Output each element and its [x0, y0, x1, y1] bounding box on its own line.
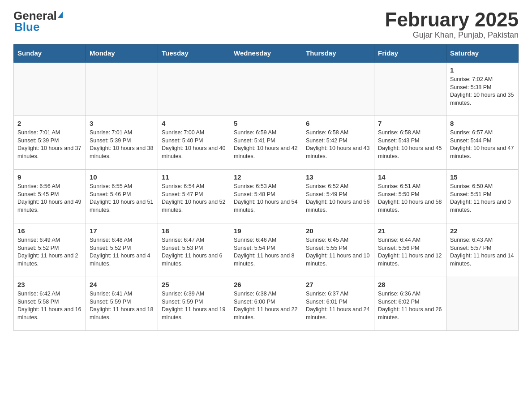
day-info: Sunset: 5:52 PM [90, 244, 154, 253]
day-number: 19 [234, 226, 298, 235]
day-info: Sunrise: 6:37 AM [306, 290, 370, 298]
day-info: Sunrise: 6:41 AM [90, 290, 154, 298]
day-number: 27 [306, 280, 370, 289]
day-info: Daylight: 11 hours and 6 minutes. [162, 252, 226, 268]
logo: General Blue [13, 9, 63, 34]
day-info: Daylight: 10 hours and 47 minutes. [450, 145, 515, 160]
day-info: Sunrise: 7:02 AM [450, 76, 515, 84]
calendar-cell: 24Sunrise: 6:41 AMSunset: 5:59 PMDayligh… [86, 277, 158, 331]
calendar-cell: 12Sunrise: 6:53 AMSunset: 5:48 PMDayligh… [230, 170, 302, 223]
calendar-cell: 19Sunrise: 6:46 AMSunset: 5:54 PMDayligh… [230, 223, 302, 277]
calendar-body: 1Sunrise: 7:02 AMSunset: 5:38 PMDaylight… [14, 62, 519, 331]
calendar-cell: 20Sunrise: 6:45 AMSunset: 5:55 PMDayligh… [302, 223, 374, 277]
week-row-4: 16Sunrise: 6:49 AMSunset: 5:52 PMDayligh… [14, 223, 519, 277]
day-info: Sunset: 5:51 PM [450, 191, 515, 199]
calendar-cell: 28Sunrise: 6:36 AMSunset: 6:02 PMDayligh… [374, 277, 446, 331]
calendar-cell: 2Sunrise: 7:01 AMSunset: 5:39 PMDaylight… [14, 116, 86, 170]
day-info: Sunset: 5:59 PM [90, 298, 154, 306]
day-info: Sunrise: 7:01 AM [17, 129, 82, 137]
day-info: Sunrise: 6:58 AM [378, 129, 442, 137]
day-info: Sunset: 5:52 PM [17, 244, 82, 253]
day-number: 11 [162, 172, 226, 182]
day-info: Sunrise: 6:56 AM [17, 183, 82, 191]
day-info: Sunset: 5:58 PM [17, 298, 82, 306]
calendar-cell: 18Sunrise: 6:47 AMSunset: 5:53 PMDayligh… [158, 223, 230, 277]
day-header-saturday: Saturday [446, 45, 519, 62]
day-number: 3 [90, 119, 154, 128]
day-info: Sunset: 5:55 PM [306, 244, 370, 253]
day-info: Sunset: 5:39 PM [90, 137, 154, 145]
week-row-5: 23Sunrise: 6:42 AMSunset: 5:58 PMDayligh… [14, 277, 519, 331]
day-info: Sunset: 5:54 PM [234, 244, 298, 253]
title-block: February 2025 Gujar Khan, Punjab, Pakist… [385, 9, 519, 40]
day-info: Sunrise: 6:48 AM [90, 236, 154, 244]
day-header-thursday: Thursday [302, 45, 374, 62]
day-number: 2 [17, 119, 82, 128]
day-header-sunday: Sunday [14, 45, 86, 62]
day-number: 1 [450, 65, 515, 75]
day-number: 8 [450, 119, 515, 128]
day-info: Sunset: 5:44 PM [450, 137, 515, 145]
calendar-cell: 26Sunrise: 6:38 AMSunset: 6:00 PMDayligh… [230, 277, 302, 331]
day-number: 4 [162, 119, 226, 128]
calendar-cell: 4Sunrise: 7:00 AMSunset: 5:40 PMDaylight… [158, 116, 230, 170]
calendar-table: SundayMondayTuesdayWednesdayThursdayFrid… [13, 44, 519, 331]
day-info: Sunset: 6:02 PM [378, 298, 442, 306]
day-info: Daylight: 10 hours and 54 minutes. [234, 198, 298, 214]
calendar-cell [446, 277, 519, 331]
day-info: Daylight: 10 hours and 38 minutes. [90, 145, 154, 160]
day-info: Sunrise: 6:57 AM [450, 129, 515, 137]
day-number: 20 [306, 226, 370, 235]
calendar-cell: 15Sunrise: 6:50 AMSunset: 5:51 PMDayligh… [446, 170, 519, 223]
day-info: Sunset: 6:00 PM [234, 298, 298, 306]
calendar-cell [158, 62, 230, 116]
day-number: 10 [90, 172, 154, 182]
day-info: Daylight: 11 hours and 16 minutes. [17, 306, 82, 321]
day-info: Daylight: 11 hours and 12 minutes. [378, 252, 442, 268]
day-info: Sunrise: 6:39 AM [162, 290, 226, 298]
day-info: Sunrise: 6:42 AM [17, 290, 82, 298]
day-header-wednesday: Wednesday [230, 45, 302, 62]
calendar-cell: 16Sunrise: 6:49 AMSunset: 5:52 PMDayligh… [14, 223, 86, 277]
day-number: 23 [17, 280, 82, 289]
day-number: 24 [90, 280, 154, 289]
day-info: Daylight: 11 hours and 22 minutes. [234, 306, 298, 321]
day-info: Daylight: 11 hours and 14 minutes. [450, 252, 515, 268]
day-info: Daylight: 11 hours and 0 minutes. [450, 198, 515, 214]
day-info: Daylight: 11 hours and 19 minutes. [162, 306, 226, 321]
calendar-cell [302, 62, 374, 116]
day-info: Sunset: 5:41 PM [234, 137, 298, 145]
day-info: Sunset: 5:40 PM [162, 137, 226, 145]
calendar-cell: 13Sunrise: 6:52 AMSunset: 5:49 PMDayligh… [302, 170, 374, 223]
day-info: Sunset: 5:46 PM [90, 191, 154, 199]
day-info: Daylight: 10 hours and 58 minutes. [378, 198, 442, 214]
day-header-row: SundayMondayTuesdayWednesdayThursdayFrid… [14, 45, 519, 62]
day-number: 15 [450, 172, 515, 182]
calendar-title: February 2025 [385, 9, 519, 30]
day-info: Sunrise: 7:00 AM [162, 129, 226, 137]
calendar-cell [14, 62, 86, 116]
day-info: Sunset: 5:50 PM [378, 191, 442, 199]
day-number: 26 [234, 280, 298, 289]
day-info: Sunset: 5:49 PM [306, 191, 370, 199]
day-number: 5 [234, 119, 298, 128]
day-info: Daylight: 11 hours and 18 minutes. [90, 306, 154, 321]
day-info: Sunset: 6:01 PM [306, 298, 370, 306]
day-info: Sunrise: 6:59 AM [234, 129, 298, 137]
day-number: 14 [378, 172, 442, 182]
calendar-subtitle: Gujar Khan, Punjab, Pakistan [385, 30, 519, 40]
day-info: Daylight: 10 hours and 42 minutes. [234, 145, 298, 160]
calendar-cell: 1Sunrise: 7:02 AMSunset: 5:38 PMDaylight… [446, 62, 519, 116]
day-info: Daylight: 11 hours and 24 minutes. [306, 306, 370, 321]
logo-triangle-icon [58, 12, 63, 18]
day-info: Daylight: 11 hours and 4 minutes. [90, 252, 154, 268]
day-info: Daylight: 10 hours and 35 minutes. [450, 91, 515, 107]
day-info: Sunrise: 6:50 AM [450, 183, 515, 191]
calendar-cell: 5Sunrise: 6:59 AMSunset: 5:41 PMDaylight… [230, 116, 302, 170]
day-number: 21 [378, 226, 442, 235]
day-info: Daylight: 10 hours and 52 minutes. [162, 198, 226, 214]
day-number: 7 [378, 119, 442, 128]
day-header-tuesday: Tuesday [158, 45, 230, 62]
week-row-1: 1Sunrise: 7:02 AMSunset: 5:38 PMDaylight… [14, 62, 519, 116]
day-info: Daylight: 10 hours and 49 minutes. [17, 198, 82, 214]
